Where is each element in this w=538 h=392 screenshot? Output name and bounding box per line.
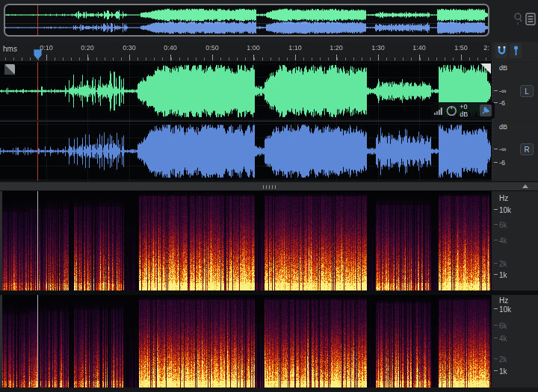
waveform-canvas-left[interactable] bbox=[0, 62, 491, 120]
scale-label: 2k bbox=[499, 260, 507, 268]
ruler-minor-tick bbox=[105, 57, 105, 60]
ruler-minor-tick bbox=[312, 57, 312, 60]
timeline-ruler[interactable]: hms 0:100:200:300:400:501:001:101:201:30… bbox=[0, 42, 492, 62]
corner-grab-left-icon[interactable] bbox=[4, 64, 15, 75]
spectrogram-panel-right[interactable] bbox=[0, 295, 491, 388]
scale-label: -6 bbox=[499, 159, 505, 167]
ruler-minor-tick bbox=[237, 57, 238, 60]
panel-splitter[interactable] bbox=[0, 181, 538, 191]
ruler-major-tick bbox=[46, 55, 47, 60]
waveform-panel-left[interactable] bbox=[0, 62, 491, 120]
ruler-minor-tick bbox=[220, 57, 221, 60]
ruler-major-tick bbox=[419, 55, 420, 60]
scale-label: 2k bbox=[499, 355, 507, 364]
ruler-minor-tick bbox=[121, 57, 122, 60]
ruler-minor-tick bbox=[188, 57, 188, 60]
splitter-collapse-icon[interactable] bbox=[522, 184, 528, 188]
scale-label: 4k bbox=[499, 237, 507, 245]
scale-label: -∞ bbox=[499, 146, 506, 153]
scale-tick bbox=[494, 162, 498, 163]
ruler-minor-tick bbox=[353, 57, 354, 60]
navigator-playhead-line[interactable] bbox=[37, 5, 38, 35]
waveform-panel-right[interactable] bbox=[0, 121, 491, 181]
ruler-minor-tick bbox=[362, 57, 362, 60]
ruler-tick-label: 0:20 bbox=[81, 44, 94, 52]
ruler-minor-tick bbox=[345, 57, 346, 60]
ruler-minor-tick bbox=[395, 57, 395, 60]
splitter-grip[interactable] bbox=[263, 185, 276, 189]
channel-badge-left[interactable]: L bbox=[520, 85, 534, 97]
ruler-major-tick bbox=[378, 55, 379, 60]
scale-tick bbox=[494, 149, 498, 149]
ruler-tick-label: 1:00 bbox=[247, 44, 260, 52]
ruler-major-tick bbox=[336, 55, 337, 60]
time-format-label: hms bbox=[3, 45, 17, 53]
ruler-major-tick bbox=[461, 55, 462, 60]
ruler-minor-tick bbox=[162, 57, 163, 60]
ruler-tick-label: 0:40 bbox=[164, 44, 177, 52]
scale-label: 10k bbox=[499, 206, 511, 214]
ruler-minor-tick bbox=[262, 57, 263, 60]
navigator-zoom-icon[interactable] bbox=[513, 10, 523, 27]
scale-tick bbox=[494, 370, 498, 371]
ruler-minor-tick bbox=[453, 57, 454, 60]
scale-tick bbox=[494, 308, 498, 309]
ruler-minor-tick bbox=[229, 57, 229, 60]
db-scale-minor-ticks bbox=[492, 121, 493, 180]
playhead-line-spectrogram-right bbox=[37, 295, 38, 388]
panel-menu-icon[interactable] bbox=[525, 11, 536, 26]
snap-magnet-icon[interactable] bbox=[495, 43, 507, 58]
hud-pin-button[interactable] bbox=[480, 105, 492, 116]
waveform-canvas-right[interactable] bbox=[0, 122, 491, 181]
ruler-major-tick bbox=[295, 55, 296, 60]
gain-knob-icon[interactable] bbox=[446, 105, 457, 116]
ruler-toolbar bbox=[492, 42, 538, 62]
ruler-minor-tick bbox=[55, 57, 55, 60]
gain-hud[interactable]: +0 dB bbox=[431, 102, 495, 119]
scale-label: dB bbox=[499, 64, 507, 72]
spectrogram-canvas-left[interactable] bbox=[0, 191, 491, 290]
navigator-waveform-canvas[interactable] bbox=[5, 5, 488, 35]
ruler-minor-tick bbox=[270, 57, 271, 60]
ruler-minor-tick bbox=[303, 57, 304, 60]
scale-label: Hz bbox=[499, 194, 508, 202]
ruler-tick-label: 0:50 bbox=[205, 44, 219, 52]
ruler-minor-tick bbox=[403, 57, 404, 60]
ruler-minor-tick bbox=[71, 57, 72, 60]
ruler-major-tick bbox=[253, 55, 254, 60]
ruler-minor-tick bbox=[477, 57, 478, 60]
ruler-minor-tick bbox=[179, 57, 180, 60]
ruler-tick-label: 1:40 bbox=[412, 44, 426, 52]
scale-tick bbox=[494, 325, 498, 326]
ruler-minor-tick bbox=[204, 57, 205, 60]
ruler-tick-label: 1:20 bbox=[330, 44, 343, 52]
scale-tick bbox=[494, 240, 498, 240]
ruler-minor-tick bbox=[320, 57, 321, 60]
ruler-minor-tick bbox=[63, 57, 64, 60]
spectrogram-panel-left[interactable] bbox=[0, 191, 491, 290]
spectrogram-canvas-right[interactable] bbox=[0, 295, 491, 388]
ruler-tick-label: 0:30 bbox=[123, 44, 136, 52]
scale-label: Hz bbox=[499, 296, 508, 305]
scale-label: 4k bbox=[499, 335, 507, 343]
spectrogram-left-edge bbox=[0, 191, 2, 290]
hud-pin-icon bbox=[482, 107, 489, 114]
scale-tick bbox=[494, 90, 498, 91]
ruler-minor-tick bbox=[22, 57, 22, 60]
zoom-navigator[interactable] bbox=[4, 4, 489, 37]
spectrogram-left-edge bbox=[0, 295, 2, 388]
ruler-major-tick bbox=[212, 55, 213, 60]
scale-tick bbox=[494, 263, 498, 264]
ruler-minor-tick bbox=[13, 57, 14, 60]
ruler-tick-label: 1:30 bbox=[371, 44, 385, 52]
marker-pin-icon[interactable] bbox=[510, 43, 522, 58]
scale-label: 6k bbox=[499, 221, 507, 229]
ruler-tick-label: 1:50 bbox=[454, 44, 468, 52]
channel-badge-right[interactable]: R bbox=[520, 143, 534, 155]
scale-label: dB bbox=[499, 123, 507, 131]
scale-tick bbox=[494, 224, 498, 225]
hz-scale-left: Hz10k6k4k2k1k bbox=[491, 191, 538, 290]
ruler-minor-tick bbox=[411, 57, 412, 60]
ruler-minor-tick bbox=[96, 57, 97, 60]
gain-value-label[interactable]: +0 dB bbox=[460, 103, 477, 118]
